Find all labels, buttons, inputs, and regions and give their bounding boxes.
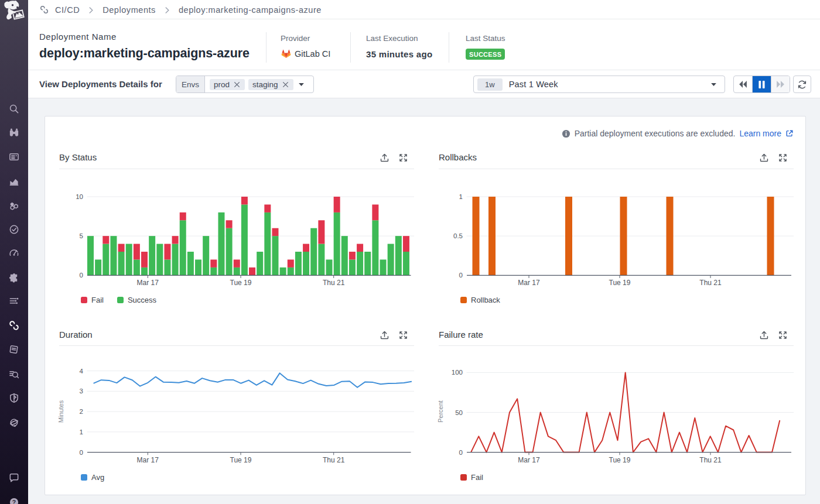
- svg-text:Mar 17: Mar 17: [137, 456, 159, 464]
- svg-text:0: 0: [80, 449, 83, 456]
- svg-text:50: 50: [455, 409, 463, 416]
- svg-text:0: 0: [80, 272, 83, 279]
- svg-text:Minutes: Minutes: [57, 400, 64, 423]
- svg-text:1: 1: [80, 428, 83, 436]
- svg-text:Thu 21: Thu 21: [323, 279, 345, 287]
- svg-text:10: 10: [76, 193, 83, 200]
- svg-text:2: 2: [80, 408, 83, 415]
- svg-text:100: 100: [452, 369, 463, 376]
- svg-text:Mar 17: Mar 17: [137, 279, 159, 287]
- svg-text:?: ?: [12, 499, 16, 504]
- svg-text:0.5: 0.5: [453, 232, 463, 239]
- svg-text:Percent: Percent: [437, 400, 444, 423]
- svg-text:Thu 21: Thu 21: [699, 279, 722, 287]
- svg-text:3: 3: [80, 388, 83, 395]
- svg-text:Mar 17: Mar 17: [518, 456, 540, 464]
- svg-text:Tue 19: Tue 19: [230, 456, 252, 464]
- svg-text:5: 5: [80, 232, 83, 239]
- svg-text:1: 1: [459, 193, 463, 200]
- svg-text:Mar 17: Mar 17: [518, 279, 540, 287]
- svg-text:Thu 21: Thu 21: [699, 456, 722, 464]
- svg-text:0: 0: [459, 272, 463, 279]
- svg-text:4: 4: [80, 368, 84, 375]
- svg-text:Tue 19: Tue 19: [609, 279, 631, 287]
- svg-text:Tue 19: Tue 19: [230, 279, 252, 287]
- svg-text:Thu 21: Thu 21: [323, 456, 345, 464]
- svg-text:0: 0: [459, 449, 463, 456]
- svg-text:Tue 19: Tue 19: [609, 456, 631, 464]
